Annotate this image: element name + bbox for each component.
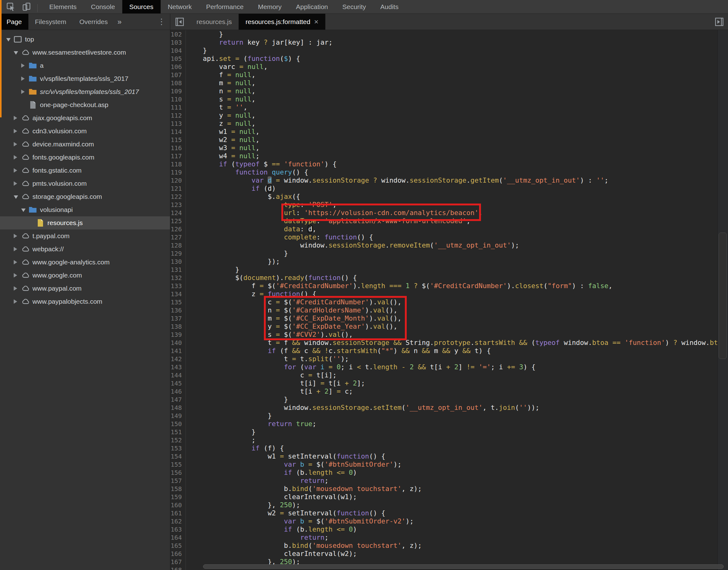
line-number[interactable]: 160 <box>171 501 186 509</box>
tree-item-www-google-com[interactable]: www.google.com <box>0 269 170 282</box>
file-tab-resources.js[interactable]: resources.js <box>190 14 239 30</box>
tree-item-one-page-checkout-asp[interactable]: one-page-checkout.asp <box>0 98 170 111</box>
hide-navigator-icon[interactable] <box>170 14 190 30</box>
tree-item-device-maxmind-com[interactable]: device.maxmind.com <box>0 138 170 151</box>
line-number[interactable]: 152 <box>171 436 186 444</box>
line-number[interactable]: 148 <box>171 403 186 412</box>
line-number[interactable]: 159 <box>171 493 186 501</box>
vertical-scrollbar-track[interactable] <box>717 30 728 570</box>
line-number[interactable]: 109 <box>171 87 186 95</box>
line-number[interactable]: 156 <box>171 469 186 477</box>
line-number[interactable]: 129 <box>171 249 186 258</box>
line-number[interactable]: 155 <box>171 461 186 469</box>
chevron-collapsed-icon[interactable] <box>21 76 25 81</box>
tree-item-cdn3-volusion-com[interactable]: cdn3.volusion.com <box>0 124 170 138</box>
line-number[interactable]: 106 <box>171 63 186 71</box>
line-number[interactable]: 143 <box>171 363 186 371</box>
tree-item-storage-googleapis-com[interactable]: storage.googleapis.com <box>0 190 170 203</box>
line-number[interactable]: 131 <box>171 266 186 274</box>
line-number[interactable]: 135 <box>171 298 186 306</box>
tab-security[interactable]: Security <box>335 0 373 13</box>
line-number[interactable]: 154 <box>171 452 186 461</box>
line-number[interactable]: 153 <box>171 444 186 452</box>
tab-elements[interactable]: Elements <box>42 0 84 13</box>
tree-item-top[interactable]: top <box>0 33 170 46</box>
line-number[interactable]: 142 <box>171 355 186 363</box>
tree-item-fonts-googleapis-com[interactable]: fonts.googleapis.com <box>0 151 170 164</box>
horizontal-scrollbar-thumb[interactable] <box>203 564 724 569</box>
line-number[interactable]: 146 <box>171 387 186 395</box>
line-number[interactable]: 162 <box>171 517 186 525</box>
line-number[interactable]: 145 <box>171 379 186 387</box>
line-number[interactable]: 103 <box>171 38 186 46</box>
line-number[interactable]: 140 <box>171 339 186 347</box>
line-number[interactable]: 134 <box>171 290 186 298</box>
chevron-collapsed-icon[interactable] <box>14 155 17 160</box>
line-number[interactable]: 167 <box>171 558 186 566</box>
line-number[interactable]: 141 <box>171 347 186 355</box>
chevron-collapsed-icon[interactable] <box>21 63 25 68</box>
tree-item-volusionapi[interactable]: volusionapi <box>0 203 170 216</box>
tree-item-www-sesamestreetlivestore-com[interactable]: www.sesamestreetlivestore.com <box>0 46 170 59</box>
line-number[interactable]: 133 <box>171 282 186 290</box>
line-number[interactable]: 136 <box>171 306 186 314</box>
line-number[interactable]: 166 <box>171 550 186 558</box>
line-number[interactable]: 104 <box>171 46 186 55</box>
line-number[interactable]: 132 <box>171 274 186 282</box>
line-number[interactable]: 124 <box>171 209 186 217</box>
chevron-collapsed-icon[interactable] <box>14 129 17 133</box>
more-tabs-chevron-icon[interactable]: » <box>114 14 124 30</box>
chevron-expanded-icon[interactable] <box>14 196 18 199</box>
line-number[interactable]: 116 <box>171 144 186 152</box>
line-number[interactable]: 112 <box>171 111 186 119</box>
line-number[interactable]: 151 <box>171 428 186 436</box>
inspect-element-icon[interactable] <box>6 2 16 12</box>
chevron-expanded-icon[interactable] <box>14 51 18 55</box>
line-number[interactable]: 125 <box>171 217 186 225</box>
line-number[interactable]: 163 <box>171 525 186 534</box>
chevron-collapsed-icon[interactable] <box>14 299 17 304</box>
nav-tab-filesystem[interactable]: Filesystem <box>28 14 73 30</box>
chevron-collapsed-icon[interactable] <box>14 181 17 186</box>
line-number[interactable]: 149 <box>171 412 186 420</box>
line-number[interactable]: 119 <box>171 168 186 176</box>
line-number[interactable]: 168 <box>171 566 186 570</box>
line-number[interactable]: 137 <box>171 314 186 322</box>
chevron-collapsed-icon[interactable] <box>14 273 17 278</box>
tree-item-fonts-gstatic-com[interactable]: fonts.gstatic.com <box>0 164 170 177</box>
tree-item-webpack-[interactable]: webpack:// <box>0 243 170 256</box>
line-number[interactable]: 130 <box>171 258 186 266</box>
line-number[interactable]: 122 <box>171 193 186 201</box>
tree-item-t-paypal-com[interactable]: t.paypal.com <box>0 230 170 243</box>
line-number[interactable]: 120 <box>171 176 186 185</box>
line-number[interactable]: 118 <box>171 160 186 168</box>
line-number[interactable]: 115 <box>171 136 186 144</box>
chevron-collapsed-icon[interactable] <box>14 142 17 147</box>
tree-item-src-v-vspfiles-templates-ssls-2017[interactable]: src/v/vspfiles/templates/ssls_2017 <box>0 85 170 98</box>
line-number[interactable]: 114 <box>171 128 186 136</box>
line-number[interactable]: 121 <box>171 185 186 193</box>
line-number[interactable]: 165 <box>171 542 186 550</box>
chevron-collapsed-icon[interactable] <box>14 168 17 173</box>
line-number[interactable]: 161 <box>171 509 186 517</box>
chevron-collapsed-icon[interactable] <box>14 116 17 120</box>
chevron-collapsed-icon[interactable] <box>14 286 17 291</box>
tree-item-www-paypal-com[interactable]: www.paypal.com <box>0 282 170 295</box>
tree-item-ajax-googleapis-com[interactable]: ajax.googleapis.com <box>0 111 170 124</box>
code-editor[interactable]: 102 }103 return key ? jar[key] : jar;104… <box>171 30 728 570</box>
nav-tab-page[interactable]: Page <box>0 14 28 30</box>
tree-item-www-paypalobjects-com[interactable]: www.paypalobjects.com <box>0 295 170 308</box>
kebab-menu-icon[interactable]: ⋮ <box>153 14 170 30</box>
tab-audits[interactable]: Audits <box>373 0 406 13</box>
line-number[interactable]: 117 <box>171 152 186 160</box>
line-number[interactable]: 144 <box>171 371 186 379</box>
line-number[interactable]: 127 <box>171 233 186 241</box>
tab-sources[interactable]: Sources <box>122 0 161 13</box>
tree-item-resources-js[interactable]: resources.js <box>0 216 170 230</box>
line-number[interactable]: 126 <box>171 225 186 233</box>
tab-memory[interactable]: Memory <box>251 0 289 13</box>
line-number[interactable]: 102 <box>171 30 186 38</box>
line-number[interactable]: 164 <box>171 534 186 542</box>
vertical-scrollbar-thumb[interactable] <box>719 233 727 359</box>
chevron-collapsed-icon[interactable] <box>14 247 17 251</box>
